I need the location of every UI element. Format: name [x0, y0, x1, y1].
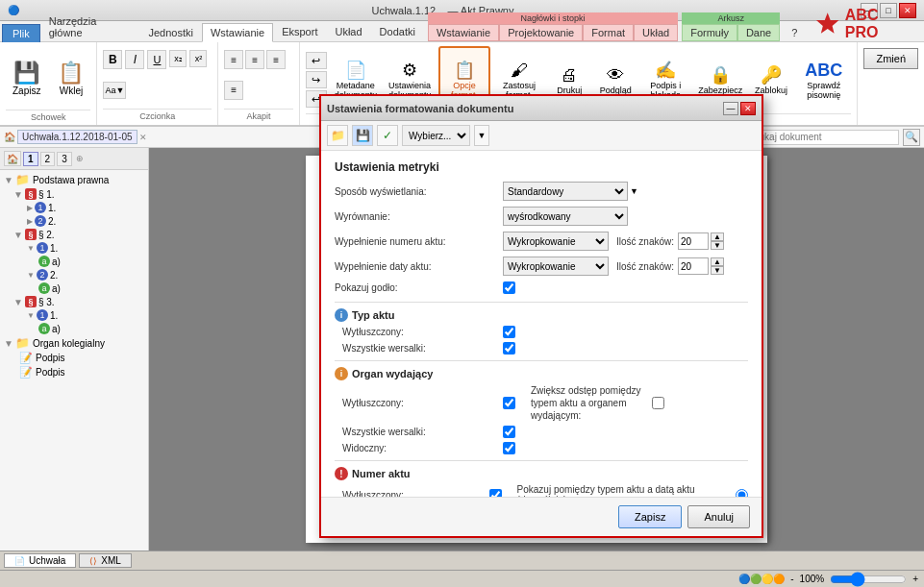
checkbox-organ-versalki[interactable]: [503, 426, 515, 438]
tab-projektowanie[interactable]: Projektowanie: [499, 24, 583, 41]
tab-eksport[interactable]: Eksport: [273, 22, 326, 41]
checkbox-typ-versalki[interactable]: [503, 342, 515, 355]
align-center-button[interactable]: ≡: [245, 50, 264, 69]
sprawdz-button[interactable]: ABC Sprawdź pisownię: [796, 48, 851, 111]
tree-expand-par1[interactable]: ▼: [13, 189, 23, 200]
tab-jednostki[interactable]: Jednostki: [139, 23, 201, 41]
tree-item-par2-1a[interactable]: a a): [0, 255, 148, 268]
subscript-button[interactable]: x₂: [169, 50, 187, 67]
tree-item-par3[interactable]: ▼ § § 3.: [0, 295, 148, 308]
tree-item-podstawa[interactable]: ▼ 📁 Podstawa prawna: [0, 172, 148, 187]
zoom-slider[interactable]: [830, 572, 907, 587]
modal-folder-button[interactable]: 📁: [327, 125, 348, 146]
tab-dodatki[interactable]: Dodatki: [371, 22, 424, 41]
modal-check-button[interactable]: ✓: [377, 125, 398, 146]
tab-uchwala[interactable]: 📄 Uchwała: [4, 553, 76, 568]
tree-item-1a[interactable]: ▶ 1 1.: [0, 201, 148, 214]
tab-help[interactable]: ?: [784, 24, 805, 41]
modal-select[interactable]: Wybierz...: [402, 125, 470, 146]
svg-marker-0: [816, 12, 839, 34]
spinner-numer-down[interactable]: ▼: [711, 241, 724, 250]
tree-expand-podstawa[interactable]: ▼: [4, 175, 13, 185]
form-row-sposob: Sposób wyświetlania: Standardowy ▼: [335, 182, 748, 201]
case-button[interactable]: Aa▼: [103, 82, 126, 99]
input-numer-count[interactable]: [678, 232, 709, 250]
modal-save-footer-button[interactable]: Zapisz: [618, 505, 682, 528]
tree-item-podpis1[interactable]: 📝 Podpis: [0, 351, 148, 365]
tree-mode-3[interactable]: 3: [57, 152, 72, 166]
superscript-button[interactable]: x²: [189, 50, 207, 67]
tab-uklad-pink[interactable]: Układ: [634, 24, 678, 41]
tab-xml[interactable]: ⟨⟩ XML: [79, 553, 132, 568]
undo-button[interactable]: ↩: [306, 52, 327, 69]
tree-item-podpis2[interactable]: 📝 Podpis: [0, 365, 148, 379]
select-sposob[interactable]: Standardowy: [503, 182, 628, 201]
justify-button[interactable]: ≡: [224, 81, 243, 100]
modal-close-button[interactable]: ✕: [740, 102, 756, 115]
tree-home-button[interactable]: 🏠: [4, 151, 21, 166]
tree-item-2a[interactable]: ▶ 2 2.: [0, 214, 148, 228]
spinner-data-up[interactable]: ▲: [711, 257, 724, 266]
tree-item-par2-1[interactable]: ▼ 1 1.: [0, 241, 148, 255]
underline-button[interactable]: U: [147, 50, 166, 69]
select-wyrownanie[interactable]: wyśrodkowany do lewej do prawej: [503, 207, 628, 226]
tree-item-organ[interactable]: ▼ 📁 Organ kolegialny: [0, 335, 148, 351]
tab-plik[interactable]: Plik: [2, 24, 40, 42]
align-right-button[interactable]: ≡: [266, 50, 286, 69]
formula-ref[interactable]: Uchwała.1.12.2018-01-05: [17, 130, 137, 144]
tab-wstawianie-pink[interactable]: Wstawianie: [428, 24, 499, 41]
tab-formuly[interactable]: Formuły: [682, 24, 737, 41]
checkbox-numer-bold[interactable]: [489, 489, 502, 498]
radio-numer-pos1[interactable]: [736, 489, 748, 498]
bold-button[interactable]: B: [103, 50, 122, 69]
select-sposob-dropdown[interactable]: ▼: [630, 186, 638, 196]
checkbox-typ-bold[interactable]: [503, 326, 515, 338]
tree-expand-icon[interactable]: ⊕: [74, 154, 86, 163]
tree-expand-par2-2[interactable]: ▼: [27, 271, 35, 280]
tab-uklad[interactable]: Układ: [326, 22, 370, 41]
checkbox-organ-bold[interactable]: [503, 397, 515, 409]
tree-expand-par2[interactable]: ▼: [13, 230, 23, 240]
tree-mode-2[interactable]: 2: [40, 152, 56, 166]
tree-expand-organ[interactable]: ▼: [4, 338, 13, 349]
redo-button[interactable]: ↪: [306, 71, 327, 88]
tree-expand-1a[interactable]: ▶: [27, 204, 33, 212]
checkbox-organ-odstep[interactable]: [652, 397, 664, 409]
paste-button[interactable]: 📋 Wklej: [51, 46, 90, 110]
zoom-plus[interactable]: +: [912, 574, 918, 584]
tree-expand-par3-1[interactable]: ▼: [27, 311, 35, 320]
tree-item-par3-1a[interactable]: a a): [0, 322, 148, 335]
tree-item-par2[interactable]: ▼ § § 2.: [0, 228, 148, 241]
modal-dropdown-button[interactable]: ▼: [474, 125, 489, 146]
tab-wstawianie[interactable]: Wstawianie: [202, 23, 273, 42]
tree-expand-par2-1[interactable]: ▼: [27, 244, 35, 253]
zoom-minus[interactable]: -: [790, 574, 793, 584]
tree-item-par3-1[interactable]: ▼ 1 1.: [0, 308, 148, 322]
input-data-count[interactable]: [678, 257, 709, 275]
tree-expand-2a[interactable]: ▶: [27, 217, 33, 226]
tree-expand-par3[interactable]: ▼: [13, 297, 23, 307]
spinner-numer-up[interactable]: ▲: [711, 232, 724, 241]
align-left-button[interactable]: ≡: [224, 50, 243, 69]
tree-item-par2-2a[interactable]: a a): [0, 281, 148, 295]
zmien-button[interactable]: Zmień: [863, 48, 918, 69]
tab-dane[interactable]: Dane: [737, 24, 780, 41]
modal-save-button[interactable]: 💾: [352, 125, 373, 146]
italic-button[interactable]: I: [125, 50, 144, 69]
save-button[interactable]: 💾 Zapisz: [6, 46, 47, 110]
tree-item-par2-2[interactable]: ▼ 2 2.: [0, 268, 148, 281]
spinner-data-down[interactable]: ▼: [711, 266, 724, 275]
search-button[interactable]: 🔍: [903, 129, 920, 146]
tab-narzedzia[interactable]: Narzędzia główne: [40, 12, 140, 41]
formula-close[interactable]: ✕: [139, 133, 147, 142]
tab-format[interactable]: Format: [583, 24, 634, 41]
tree-mode-1[interactable]: 1: [23, 152, 38, 166]
modal-minimize-button[interactable]: —: [723, 102, 738, 115]
tree-item-par1[interactable]: ▼ § § 1.: [0, 187, 148, 201]
checkbox-godlo[interactable]: [503, 281, 515, 294]
select-numer[interactable]: Wykropkowanie Myślniki Brak: [503, 232, 609, 251]
doc-tab-link[interactable]: 🏠: [4, 132, 15, 142]
checkbox-organ-widoczny[interactable]: [503, 442, 515, 454]
select-data[interactable]: Wykropkowanie Myślniki Brak: [503, 257, 609, 276]
modal-cancel-button[interactable]: Anuluj: [687, 505, 750, 528]
